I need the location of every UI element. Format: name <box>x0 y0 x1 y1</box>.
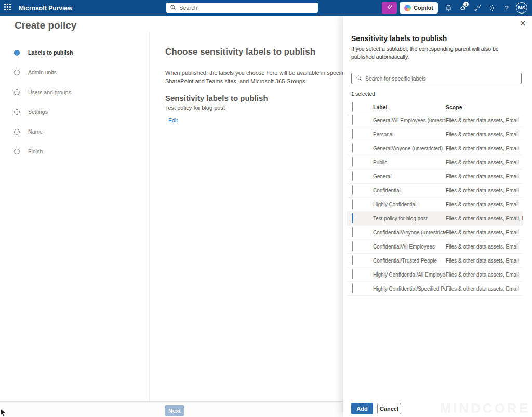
wizard-step[interactable]: Users and groups <box>0 82 149 102</box>
copilot-promo-button[interactable] <box>382 2 397 14</box>
copilot-label: Copilot <box>414 5 433 11</box>
select-all-checkbox[interactable] <box>352 102 353 112</box>
announcements-button[interactable]: 1 <box>456 0 470 16</box>
edit-link[interactable]: Edit <box>168 117 178 123</box>
wizard-step-label: Admin units <box>28 69 57 75</box>
label-table-body: General/All Employees (unrestricted) Fil… <box>347 113 523 296</box>
wizard-step-dot-icon <box>14 89 20 95</box>
notification-badge: 1 <box>463 2 469 7</box>
cancel-button[interactable]: Cancel <box>377 403 401 414</box>
help-button[interactable]: ? <box>499 0 514 16</box>
row-checkbox[interactable] <box>352 241 353 251</box>
wizard-step-dot-icon <box>14 109 20 115</box>
row-label: General/Anyone (unrestricted) <box>373 146 446 151</box>
row-label: Highly Confidential/All Employees <box>373 272 446 278</box>
brand-title: Microsoft Purview <box>19 5 72 12</box>
table-row[interactable]: Public Files & other data assets, Email <box>347 155 523 170</box>
row-scope: Files & other data assets, Email <box>446 258 523 264</box>
watermark-text: MINDCORE <box>440 400 530 416</box>
table-header-row: Label Scope <box>347 101 523 113</box>
row-label: General <box>373 174 446 179</box>
search-icon <box>170 3 176 12</box>
copilot-logo-icon <box>404 5 411 11</box>
wizard-step[interactable]: Admin units <box>0 62 149 82</box>
row-label: Confidential/All Employees <box>373 244 446 250</box>
row-scope: Files & other data assets, Email <box>446 202 523 207</box>
wizard-step[interactable]: Labels to publish <box>0 43 149 62</box>
table-row[interactable]: Test policy for blog post Files & other … <box>347 212 523 226</box>
account-avatar[interactable]: MS <box>516 2 527 14</box>
table-row[interactable]: Confidential Files & other data assets, … <box>347 184 523 198</box>
table-row[interactable]: General Files & other data assets, Email <box>347 170 523 184</box>
table-row[interactable]: Personal Files & other data assets, Emai… <box>347 127 523 141</box>
row-checkbox[interactable] <box>352 115 353 125</box>
row-checkbox[interactable] <box>352 227 353 237</box>
row-label: Highly Confidential/Specified People <box>373 286 446 292</box>
search-icon <box>356 74 362 83</box>
row-scope: Files & other data assets, Email <box>446 160 523 165</box>
row-label: Highly Confidential <box>373 202 446 207</box>
row-checkbox[interactable] <box>352 255 353 265</box>
wizard-step-label: Labels to publish <box>28 49 73 56</box>
label-search[interactable] <box>351 73 522 84</box>
link-icon <box>474 4 482 12</box>
table-row[interactable]: Confidential/All Employees Files & other… <box>347 240 523 254</box>
bell-icon <box>445 4 453 12</box>
selected-count: 1 selected <box>351 91 522 97</box>
wizard-step[interactable]: Settings <box>0 102 149 122</box>
row-checkbox[interactable] <box>352 171 353 181</box>
table-row[interactable]: Highly Confidential/Specified People Fil… <box>347 282 523 296</box>
row-checkbox[interactable] <box>352 143 353 153</box>
wizard-step[interactable]: Finish <box>0 141 149 161</box>
wizard-step-dot-icon <box>14 149 20 154</box>
wizard-step-label: Users and groups <box>28 89 71 95</box>
label-table: Label Scope General/All Employees (unres… <box>347 101 523 296</box>
wizard-step-label: Finish <box>28 148 43 154</box>
copilot-button[interactable]: Copilot <box>400 2 438 14</box>
row-label: Confidential/Trusted People <box>373 258 446 264</box>
row-scope: Files & other data assets, Email <box>446 118 523 123</box>
gear-icon <box>488 4 496 12</box>
row-label: General/All Employees (unrestricted) <box>373 118 446 123</box>
next-button[interactable]: Next <box>165 405 184 416</box>
notifications-button[interactable] <box>441 0 456 16</box>
row-label: Confidential/Anyone (unrestricted) <box>373 230 446 236</box>
row-checkbox[interactable] <box>352 157 353 167</box>
wizard-step-label: Name <box>28 128 43 135</box>
row-label: Personal <box>373 132 446 137</box>
top-bar: Microsoft Purview Copilot 1 <box>0 0 532 16</box>
column-header-label: Label <box>373 104 446 110</box>
table-row[interactable]: Highly Confidential/All Employees Files … <box>347 268 523 282</box>
label-search-input[interactable] <box>365 75 517 82</box>
wizard-step-dot-icon <box>14 129 20 135</box>
panel-subtitle: If you select a sublabel, the correspond… <box>351 45 522 61</box>
row-label: Confidential <box>373 188 446 193</box>
row-scope: Files & other data assets, Email <box>446 230 523 236</box>
panel-title: Sensitivity labels to publish <box>351 34 522 43</box>
table-row[interactable]: Confidential/Anyone (unrestricted) Files… <box>347 226 523 240</box>
row-checkbox[interactable] <box>352 283 353 293</box>
close-icon[interactable]: ✕ <box>520 20 526 27</box>
row-checkbox[interactable] <box>352 213 353 223</box>
row-checkbox[interactable] <box>352 129 353 139</box>
links-button[interactable] <box>470 0 485 16</box>
row-checkbox[interactable] <box>352 185 353 195</box>
row-checkbox[interactable] <box>352 199 353 209</box>
settings-button[interactable] <box>485 0 499 16</box>
table-row[interactable]: Confidential/Trusted People Files & othe… <box>347 254 523 268</box>
global-search[interactable] <box>166 3 318 13</box>
table-row[interactable]: General/All Employees (unrestricted) Fil… <box>347 113 523 127</box>
row-scope: Files & other data assets, Email <box>446 272 523 278</box>
table-row[interactable]: Highly Confidential Files & other data a… <box>347 198 523 212</box>
row-scope: Files & other data assets, Email <box>446 188 523 193</box>
row-checkbox[interactable] <box>352 269 353 279</box>
wizard-step[interactable]: Name <box>0 122 149 141</box>
sparkle-wand-icon <box>386 3 393 12</box>
add-button[interactable]: Add <box>351 403 373 414</box>
row-label: Public <box>373 160 446 165</box>
app-launcher-icon[interactable] <box>4 4 12 12</box>
table-row[interactable]: General/Anyone (unrestricted) Files & ot… <box>347 141 523 155</box>
global-search-input[interactable] <box>179 5 314 11</box>
wizard-step-dot-icon <box>14 50 20 56</box>
row-scope: Files & other data assets, Email <box>446 132 523 137</box>
